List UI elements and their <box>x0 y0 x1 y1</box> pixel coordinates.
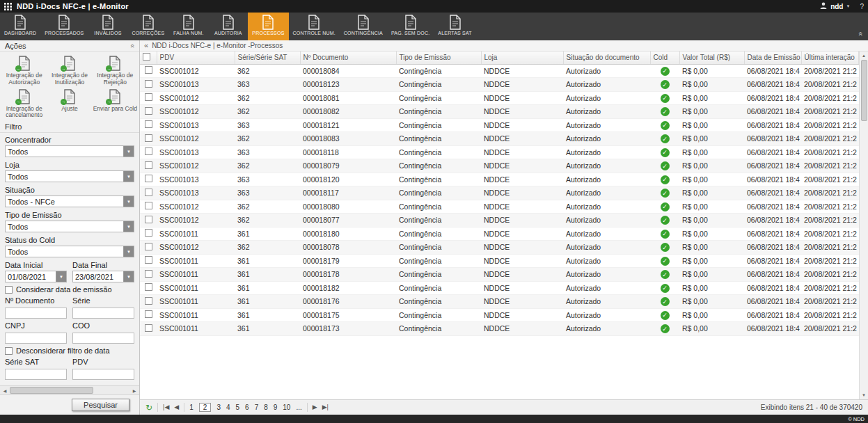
pdv-input[interactable] <box>72 369 134 380</box>
tab-controle-num[interactable]: CONTROLE NUM. <box>289 13 340 40</box>
table-row[interactable]: SSC001013363000018121ContingênciaNDDCEAu… <box>140 118 859 132</box>
search-button[interactable]: Pesquisar <box>72 399 129 411</box>
column-header-loja[interactable]: Loja <box>481 51 563 64</box>
app-menu-grid-icon[interactable] <box>4 3 12 10</box>
tab-contingencia[interactable]: CONTINGÊNCIA <box>340 13 387 40</box>
row-checkbox[interactable] <box>145 243 152 250</box>
action-ajuste[interactable]: →Ajuste <box>47 88 92 121</box>
collapse-sidebar-icon[interactable]: « <box>144 42 148 49</box>
page-button-6[interactable]: 6 <box>245 404 249 411</box>
action-integracao-de-cancelamento[interactable]: →Integração de cancelamento <box>1 88 47 121</box>
filter-tipo-de-emissao-select[interactable]: Todos▼ <box>5 221 134 232</box>
date-final-picker[interactable]: 23/08/2021 ▼ <box>72 271 134 282</box>
tab-dashboard[interactable]: DASHBOARD <box>0 13 40 40</box>
serie-input[interactable] <box>72 308 134 319</box>
row-checkbox[interactable] <box>145 270 152 278</box>
scrollbar-thumb[interactable] <box>861 60 867 121</box>
page-button-1[interactable]: 1 <box>189 404 194 411</box>
action-integracao-de-inutilizacao[interactable]: →Integração de Inutilização <box>47 54 92 88</box>
ignore-date-filter-checkbox[interactable]: Desconsiderar filtro de data <box>5 346 134 355</box>
table-row[interactable]: SSC001011361000018176ContingênciaNDDCEAu… <box>140 295 859 309</box>
table-row[interactable]: SSC001011361000018182ContingênciaNDDCEAu… <box>140 281 859 295</box>
collapse-actions-icon[interactable]: « <box>129 44 136 48</box>
page-button-3[interactable]: 3 <box>216 404 221 411</box>
action-integracao-de-rejeicao[interactable]: →Integração de Rejeição <box>93 54 138 88</box>
table-row[interactable]: SSC001011361000018178ContingênciaNDDCEAu… <box>140 268 859 282</box>
scroll-right-icon[interactable]: ▶ <box>129 388 139 393</box>
dropdown-arrow-icon[interactable]: ▼ <box>123 221 134 232</box>
row-checkbox[interactable] <box>145 120 152 128</box>
dropdown-arrow-icon[interactable]: ▼ <box>123 271 134 282</box>
row-checkbox[interactable] <box>145 256 152 264</box>
coo-input[interactable] <box>72 333 134 344</box>
row-checkbox[interactable] <box>145 229 152 237</box>
column-header-ultima-interacao[interactable]: Última interação <box>801 51 859 64</box>
table-row[interactable]: SSC001011361000018175ContingênciaNDDCEAu… <box>140 308 859 322</box>
tab-invalidos[interactable]: INVÁLIDOS <box>88 13 127 40</box>
row-checkbox[interactable] <box>145 297 152 305</box>
table-row[interactable]: SSC001012362000018083ContingênciaNDDCEAu… <box>140 132 859 146</box>
dropdown-arrow-icon[interactable]: ▼ <box>123 196 134 207</box>
row-checkbox[interactable] <box>145 216 152 223</box>
table-row[interactable]: SSC001013363000018120ContingênciaNDDCEAu… <box>140 173 859 186</box>
table-row[interactable]: SSC001013363000018118ContingênciaNDDCEAu… <box>140 145 859 159</box>
row-checkbox[interactable] <box>145 175 152 182</box>
help-button[interactable]: ? <box>860 3 864 10</box>
column-header-situacao-do-documento[interactable]: Situação do documento <box>563 51 650 64</box>
row-checkbox[interactable] <box>145 202 152 209</box>
column-header-cold[interactable]: Cold <box>650 51 679 64</box>
select-all-checkbox[interactable] <box>143 53 150 61</box>
dropdown-arrow-icon[interactable]: ▼ <box>123 171 134 182</box>
page-button-4[interactable]: 4 <box>226 404 230 411</box>
first-page-button[interactable]: |◀ <box>163 404 169 410</box>
scroll-down-icon[interactable]: ▼ <box>862 391 866 399</box>
action-integracao-de-autorizacao[interactable]: →Integração de Autorização <box>1 54 47 88</box>
tab-processos[interactable]: PROCESSOS <box>248 13 288 40</box>
row-checkbox[interactable] <box>145 134 152 142</box>
tab-processados[interactable]: PROCESSADOS <box>40 13 88 40</box>
tab-falha-num[interactable]: FALHA NUM. <box>168 13 208 40</box>
table-row[interactable]: SSC001011361000018173ContingênciaNDDCEAu… <box>140 322 859 336</box>
table-row[interactable]: SSC001012362000018081ContingênciaNDDCEAu… <box>140 91 859 105</box>
action-enviar-para-cold[interactable]: →Enviar para Cold <box>93 88 138 121</box>
filter-concentrador-select[interactable]: Todos▼ <box>5 145 134 157</box>
page-button-2[interactable]: 2 <box>199 403 212 412</box>
dropdown-arrow-icon[interactable]: ▼ <box>123 246 134 257</box>
page-button-8[interactable]: 8 <box>264 404 268 411</box>
table-vertical-scrollbar[interactable]: ▲ ▼ <box>859 51 868 399</box>
dropdown-arrow-icon[interactable]: ▼ <box>123 146 134 157</box>
cnpj-input[interactable] <box>5 333 67 344</box>
ribbon-collapse-icon[interactable]: « <box>856 31 864 35</box>
filter-loja-select[interactable]: Todos▼ <box>5 170 134 182</box>
page-button-7[interactable]: 7 <box>255 404 259 411</box>
next-page-button[interactable]: ▶ <box>313 404 317 410</box>
table-row[interactable]: SSC001012362000018079ContingênciaNDDCEAu… <box>140 159 859 173</box>
table-row[interactable]: SSC001011361000018179ContingênciaNDDCEAu… <box>140 254 859 268</box>
page-button-10[interactable]: 10 <box>283 404 290 411</box>
row-checkbox[interactable] <box>145 107 152 115</box>
row-checkbox[interactable] <box>145 80 152 88</box>
user-menu[interactable]: ndd ▼ <box>819 1 850 11</box>
tab-alertas-sat[interactable]: ALERTAS SAT <box>434 13 476 40</box>
tab-correcoes[interactable]: CORREÇÕES <box>127 13 168 40</box>
consider-emission-date-checkbox[interactable]: Considerar data de emissão <box>5 285 134 294</box>
table-row[interactable]: SSC001013363000018123ContingênciaNDDCEAu… <box>140 78 859 92</box>
sidebar-horizontal-scrollbar[interactable]: ◀ ▶ <box>0 385 139 395</box>
table-row[interactable]: SSC001012362000018077ContingênciaNDDCEAu… <box>140 214 859 228</box>
row-checkbox[interactable] <box>145 324 152 332</box>
row-checkbox[interactable] <box>145 66 152 74</box>
column-header-n-documento[interactable]: Nº Documento <box>300 51 396 64</box>
column-header-serie-serie-sat[interactable]: Série/Série SAT <box>235 51 300 64</box>
column-header-data-de-emissao[interactable]: Data de Emissão <box>744 51 801 64</box>
row-checkbox[interactable] <box>145 189 152 196</box>
dropdown-arrow-icon[interactable]: ▼ <box>56 271 66 282</box>
table-row[interactable]: SSC001011361000018180ContingênciaNDDCEAu… <box>140 227 859 241</box>
column-header-valor-total-r[interactable]: Valor Total (R$) <box>679 51 744 64</box>
row-checkbox[interactable] <box>145 283 152 291</box>
scroll-left-icon[interactable]: ◀ <box>0 388 10 393</box>
row-checkbox[interactable] <box>145 93 152 101</box>
table-row[interactable]: SSC001013363000018117ContingênciaNDDCEAu… <box>140 186 859 200</box>
last-page-button[interactable]: ▶| <box>322 404 329 410</box>
filter-status-do-cold-select[interactable]: Todos▼ <box>5 246 134 257</box>
page-button-5[interactable]: 5 <box>236 404 240 411</box>
